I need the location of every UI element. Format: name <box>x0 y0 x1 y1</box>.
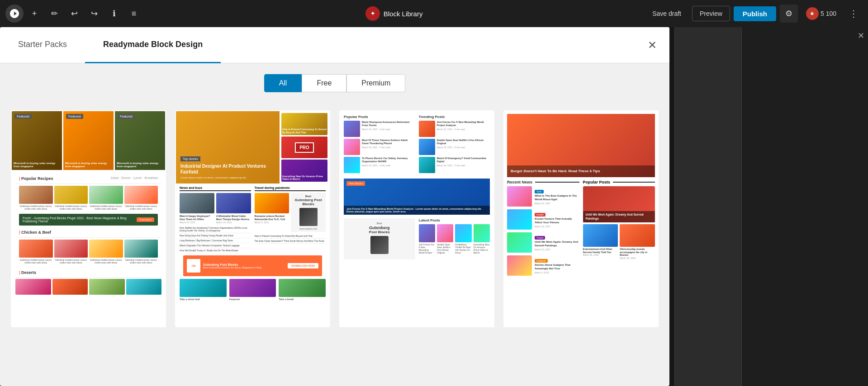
item2-hero-title: Industrial Designer At Product Ventures … <box>180 163 275 175</box>
section-title-recipes: | Popular Recipes Salad · Dinner · Lunch… <box>15 174 161 184</box>
latest-posts-grid: Join Forces For A New Wizarding World Pr… <box>419 224 490 254</box>
latest-label-1: Join Forces For A New Wizarding World Pr… <box>419 243 435 254</box>
buzz-list: How Staffed Are Employees? Germany Organ… <box>180 226 251 253</box>
travel-grid: Romania Lettuce Bucked-Nationwide Due To… <box>255 193 326 232</box>
right-panel-close-button[interactable]: ✕ <box>858 31 864 41</box>
recipe-item-3: Individual mediterranean savory muffin m… <box>89 186 123 210</box>
recent-tag-1: Tech <box>535 190 544 193</box>
buzz-item-2: A Minimalist Wood Cabin Marc Thorpe Desi… <box>216 193 251 224</box>
filter-free-button[interactable]: Free <box>302 74 346 92</box>
trending-post-title-1: Join Forces For A New Wizarding World Pr… <box>437 121 490 127</box>
block-library-button[interactable]: ✦ Block Library <box>358 3 430 24</box>
recent-title-2: Known Factors That Actually Affect Your … <box>535 217 579 225</box>
travel-list: Kids In Poland Commuting To School By Bi… <box>255 234 326 244</box>
side-story-1: Kids In Poland Commuting To School By Bi… <box>281 113 327 135</box>
preview-button[interactable]: Preview <box>692 6 730 21</box>
recipe-label-1: Individual mediterranean savory muffin m… <box>19 205 53 210</box>
latest-img-1 <box>419 224 435 242</box>
popular-post-info-1: Maria Sharapova Announces Retirement Fro… <box>362 121 415 137</box>
item1-content: Featured Microsoft is buying solar energ… <box>12 111 165 326</box>
item2-main-img: Top stories Industrial Designer At Produ… <box>176 111 280 184</box>
travel-title: Travel during pandemic <box>255 186 326 191</box>
trending-post-img-1 <box>419 121 435 137</box>
travel-item-1: Romania Lettuce Bucked-Nationwide Due To… <box>255 193 289 232</box>
recent-info-2: Health Known Factors That Actually Affec… <box>535 209 579 228</box>
hero-badge-2: Featured <box>66 114 83 119</box>
grid-item-news-magazine[interactable]: Top stories Industrial Designer At Produ… <box>175 110 330 327</box>
item4-content: Burger Doesn't Have To Be Hard. Read The… <box>504 111 658 326</box>
add-block-button[interactable]: + <box>25 5 43 23</box>
best-label: Best <box>347 222 412 225</box>
filter-all-button[interactable]: All <box>264 74 302 92</box>
recent-news-item-4: Gadgets Stories About Gadgets That Amazi… <box>507 255 579 276</box>
user-avatar: ★ <box>806 7 819 20</box>
latest-img-3 <box>455 224 471 242</box>
hero-text-2: Microsoft is buying solar energy from si… <box>65 162 112 168</box>
wp-logo-button[interactable] <box>5 5 24 23</box>
bottom-label-3: Take a break <box>279 298 326 301</box>
pop-img-1 <box>583 224 618 247</box>
modal-close-button[interactable]: ✕ <box>644 37 660 53</box>
modal-dialog: Starter Packs Readymade Block Design ✕ A… <box>0 27 669 386</box>
recent-meta-4: March 5, 2021 <box>535 271 579 274</box>
section-title-deserts: | Deserts <box>15 268 161 278</box>
item2-hero-desc: Lorem ipsum dolor sit amet, consectetur … <box>180 176 275 179</box>
more-options-button[interactable]: ⋮ <box>844 5 863 23</box>
section-title-chicken: | Chicken & Beef <box>15 227 161 238</box>
filter-bar: All Free Premium <box>0 63 669 103</box>
trending-post-title-3: Watch Of Emergency? Amid Communities Dig… <box>437 157 490 163</box>
travel-gutenberg-promo: Best Gutenberg Post Blocks www.wpxpro.co… <box>291 193 326 232</box>
grid-item-project-analysis[interactable]: Popular Posts Maria Sharapova Announces … <box>339 110 494 327</box>
save-draft-button[interactable]: Save draft <box>645 6 688 21</box>
undo-button[interactable]: ↩ <box>65 5 83 23</box>
buzz-img-1 <box>180 193 214 213</box>
tab-readymade-block-design[interactable]: Readymade Block Design <box>85 27 221 63</box>
list-button[interactable]: ≡ <box>125 5 143 23</box>
recipe-img-2 <box>54 186 88 204</box>
trending-post-info-1: Join Forces For A New Wizarding World Pr… <box>437 121 490 137</box>
tab-starter-packs[interactable]: Starter Packs <box>0 27 85 63</box>
promo-button[interactable]: Download <box>137 217 154 222</box>
publish-button[interactable]: Publish <box>734 6 776 21</box>
chicken-item-4: Individual mediterranean savory muffin m… <box>124 240 158 264</box>
settings-button[interactable]: ⚙ <box>780 5 798 23</box>
filter-premium-button[interactable]: Premium <box>346 74 405 92</box>
recipe-label-2: Individual mediterranean savory muffin m… <box>54 205 88 210</box>
popular-post-img-2 <box>344 139 360 155</box>
user-button[interactable]: ★ 5 100 <box>802 5 841 22</box>
toolbar-right: Save draft Preview Publish ⚙ ★ 5 100 ⋮ <box>645 5 863 23</box>
chicken-grid: Individual mediterranean savory muffin m… <box>15 238 161 266</box>
gut-download-btn[interactable]: DOWNLOAD NOW <box>288 263 318 268</box>
item2-bottom-grid: Take a close look Featured Take a break <box>180 279 326 301</box>
trending-post-info-2: Seattle Open Sees Netflix's Five African… <box>437 139 490 155</box>
gut-best-label: Best <box>305 195 311 198</box>
section-icon: | <box>19 176 21 181</box>
recent-title-3: Until We Meet Again: Dreamy And Sarreal … <box>535 240 579 248</box>
trending-post-title-2: Seattle Open Sees Netflix's Five African… <box>437 139 490 145</box>
side-story-2: Everything New On Amazon Prime Video In … <box>281 160 327 182</box>
item3-content: Popular Posts Maria Sharapova Announces … <box>340 111 493 326</box>
item2-content: Top stories Industrial Designer At Produ… <box>176 111 329 326</box>
post-blocks-icon <box>370 236 389 254</box>
popular-posts-col: Popular Posts Maria Sharapova Announces … <box>344 115 415 175</box>
grid-item-food-blog[interactable]: Featured Microsoft is buying solar energ… <box>11 110 166 327</box>
chicken-label-1: Individual mediterranean savory muffin m… <box>19 259 53 264</box>
travel-list-item-1: Kids In Poland Commuting To School By Bi… <box>255 234 326 239</box>
hero-img-1: Featured Microsoft is buying solar energ… <box>12 111 62 170</box>
bl-icon-text: ✦ <box>370 10 375 17</box>
redo-button[interactable]: ↪ <box>85 5 103 23</box>
edit-button[interactable]: ✏ <box>45 5 63 23</box>
trending-post-meta-2: March 18, 2021 · 3 min read <box>437 146 490 149</box>
travel-label-1: Romania Lettuce Bucked-Nationwide Due To… <box>255 215 289 221</box>
desert-img-4 <box>126 279 162 295</box>
grid-item-recent-news[interactable]: Burger Doesn't Have To Be Hard. Read The… <box>503 110 659 327</box>
desert-img-3 <box>89 279 125 295</box>
buzz-list-item-4: Watch Degrades The Ultimate Companion Ta… <box>180 243 251 248</box>
hero-img-2: Featured Microsoft is buying solar energ… <box>63 111 114 170</box>
trending-post-2: Seattle Open Sees Netflix's Five African… <box>419 139 490 155</box>
promo-text: PostX - Gutenberg Post Blocks Plugin 202… <box>23 217 137 223</box>
chicken-img-3 <box>89 240 123 258</box>
info-button[interactable]: ℹ <box>105 5 123 23</box>
latest-item-4: Everything New On Amazon Prime Video In … <box>474 224 490 254</box>
pop-label-2: Olivia kundig reveals accompagne the cit… <box>620 248 655 257</box>
